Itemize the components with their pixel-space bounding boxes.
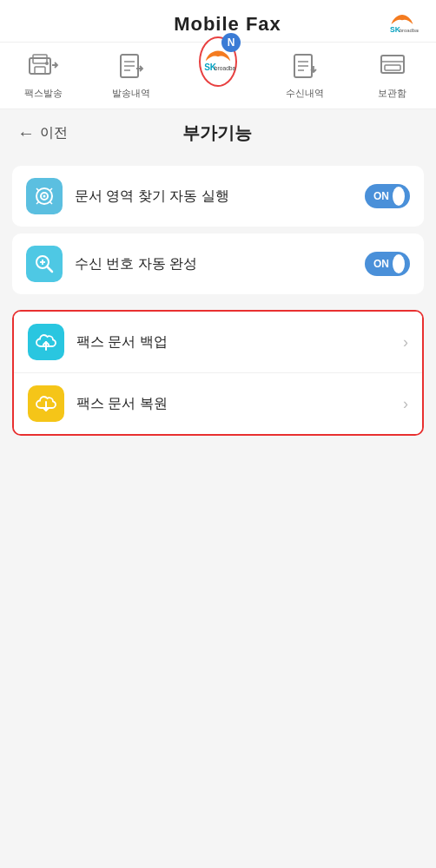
svg-rect-19 bbox=[385, 65, 400, 70]
tab-send-history[interactable]: 발송내역 bbox=[87, 49, 174, 100]
highlighted-section: 팩스 문서 백업 › 팩스 문서 복원 › bbox=[12, 310, 424, 436]
auto-complete-icon bbox=[26, 246, 63, 282]
sk-home-icon: SK broadband N bbox=[199, 49, 237, 82]
tab-fax-send-label: 팩스발송 bbox=[24, 87, 63, 100]
fax-backup-chevron: › bbox=[403, 333, 408, 352]
fax-send-icon bbox=[24, 49, 63, 82]
svg-text:broadband: broadband bbox=[215, 65, 235, 71]
back-label: 이전 bbox=[40, 124, 68, 142]
app-title: Mobile Fax bbox=[69, 13, 386, 36]
setting-fax-backup[interactable]: 팩스 문서 백업 › bbox=[14, 312, 422, 373]
nav-tabs: 팩스발송 발송내역 SK broadband N bbox=[0, 43, 436, 109]
toggle-knob-2 bbox=[393, 254, 405, 273]
auto-complete-label: 수신 번호 자동 완성 bbox=[75, 255, 353, 273]
tab-receive-history[interactable]: 수신내역 bbox=[261, 49, 348, 100]
setting-fax-restore[interactable]: 팩스 문서 복원 › bbox=[14, 373, 422, 434]
back-button[interactable]: ← 이전 bbox=[17, 123, 68, 143]
svg-rect-5 bbox=[35, 67, 45, 74]
fax-backup-label: 팩스 문서 백업 bbox=[76, 333, 391, 352]
tab-storage[interactable]: 보관함 bbox=[349, 49, 436, 100]
send-history-icon bbox=[112, 49, 150, 82]
svg-line-26 bbox=[50, 201, 52, 204]
sk-logo: SK broadband bbox=[386, 12, 419, 36]
tab-storage-label: 보관함 bbox=[378, 87, 406, 100]
receive-history-icon bbox=[286, 49, 324, 82]
auto-complete-toggle[interactable]: ON bbox=[365, 252, 410, 276]
auto-detect-toggle[interactable]: ON bbox=[365, 184, 410, 208]
svg-line-23 bbox=[36, 188, 39, 191]
sub-header: ← 이전 부가기능 bbox=[0, 109, 436, 157]
tab-sk-home[interactable]: SK broadband N bbox=[175, 49, 261, 100]
tab-fax-send[interactable]: 팩스발송 bbox=[0, 49, 87, 100]
setting-auto-complete[interactable]: 수신 번호 자동 완성 ON bbox=[12, 233, 424, 294]
svg-line-25 bbox=[36, 201, 39, 204]
auto-detect-icon bbox=[26, 178, 63, 214]
sk-logo-icon: SK broadband bbox=[386, 12, 419, 36]
back-arrow-icon: ← bbox=[17, 123, 35, 143]
svg-text:broadband: broadband bbox=[400, 28, 419, 33]
svg-line-24 bbox=[50, 188, 52, 191]
svg-point-22 bbox=[43, 195, 46, 198]
fax-restore-label: 팩스 문서 복원 bbox=[76, 395, 391, 413]
auto-detect-toggle-label: ON bbox=[373, 190, 389, 202]
fax-restore-chevron: › bbox=[403, 395, 408, 413]
auto-complete-toggle-label: ON bbox=[373, 258, 389, 270]
svg-line-28 bbox=[47, 266, 52, 272]
setting-auto-detect[interactable]: 문서 영역 찾기 자동 실행 ON bbox=[12, 166, 424, 227]
svg-point-6 bbox=[45, 62, 49, 65]
sk-circle: SK broadband N bbox=[199, 36, 237, 87]
tab-send-history-label: 발송내역 bbox=[112, 87, 150, 100]
page-title: 부가기능 bbox=[68, 122, 367, 145]
notification-badge: N bbox=[221, 33, 241, 52]
storage-icon bbox=[373, 49, 412, 82]
fax-backup-icon bbox=[28, 324, 64, 360]
settings-section: 문서 영역 찾기 자동 실행 ON 수신 번호 자동 완성 ON bbox=[0, 157, 436, 310]
toggle-knob bbox=[393, 187, 405, 206]
fax-restore-icon bbox=[28, 385, 64, 422]
auto-detect-label: 문서 영역 찾기 자동 실행 bbox=[75, 187, 353, 206]
tab-receive-history-label: 수신내역 bbox=[286, 87, 324, 100]
